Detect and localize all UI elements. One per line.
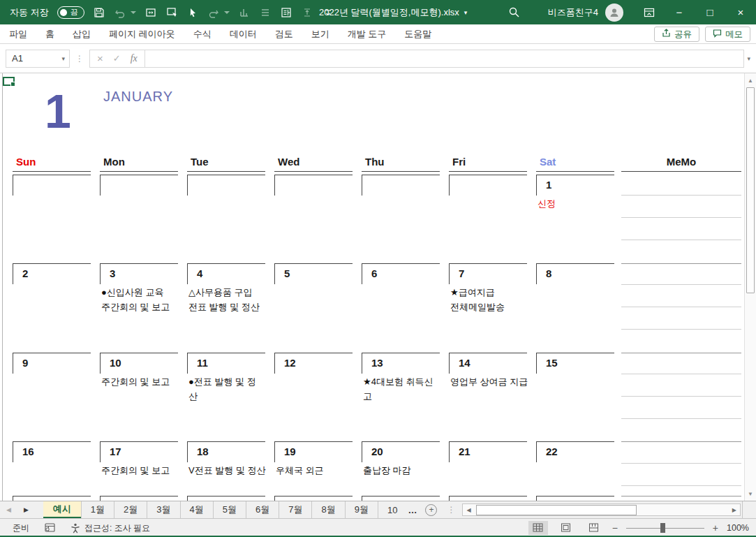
date-cell[interactable] bbox=[449, 175, 527, 263]
date-cell[interactable] bbox=[100, 496, 178, 500]
sheet-tab-1월[interactable]: 1월 bbox=[81, 501, 114, 518]
date-cell[interactable]: 20출납장 마감 bbox=[362, 441, 440, 496]
ribbon-tab-수식[interactable]: 수식 bbox=[184, 24, 221, 43]
date-cell[interactable] bbox=[362, 496, 440, 500]
ribbon-tab-도움말[interactable]: 도움말 bbox=[395, 24, 440, 43]
cancel-icon[interactable]: × bbox=[97, 52, 103, 64]
ribbon-tab-보기[interactable]: 보기 bbox=[302, 24, 339, 43]
sheet-tab-4월[interactable]: 4월 bbox=[180, 501, 213, 518]
date-cell[interactable]: 4△사무용품 구입전표 발행 및 정산 bbox=[187, 263, 265, 353]
date-cell[interactable]: 3●신입사원 교육주간회의 및 보고 bbox=[100, 263, 178, 353]
autosave-toggle[interactable]: 끔 bbox=[57, 6, 84, 19]
horizontal-scrollbar-thumb[interactable] bbox=[476, 505, 637, 515]
share-button[interactable]: 공유 bbox=[654, 27, 699, 42]
date-cell[interactable]: 14영업부 상여금 지급 bbox=[449, 353, 527, 441]
date-cell[interactable] bbox=[100, 175, 178, 263]
date-cell[interactable]: 22 bbox=[536, 441, 614, 496]
date-cell[interactable]: 1신정 bbox=[536, 175, 614, 263]
date-cell[interactable] bbox=[536, 496, 614, 500]
accessibility-icon[interactable] bbox=[71, 523, 80, 534]
ribbon-tab-페이지 레이아웃[interactable]: 페이지 레이아웃 bbox=[100, 24, 184, 43]
enter-icon[interactable]: ✓ bbox=[113, 53, 121, 64]
sheet-tab-9월[interactable]: 9월 bbox=[345, 501, 378, 518]
add-sheet-button[interactable]: + bbox=[425, 504, 437, 516]
cursor-icon[interactable] bbox=[186, 6, 199, 19]
sheet-tab-8월[interactable]: 8월 bbox=[311, 501, 344, 518]
ribbon-tab-삽입[interactable]: 삽입 bbox=[64, 24, 100, 43]
date-cell[interactable]: 9 bbox=[13, 353, 91, 441]
date-cell[interactable] bbox=[362, 175, 440, 263]
maximize-button[interactable]: □ bbox=[695, 0, 725, 24]
scroll-down-icon[interactable]: ▼ bbox=[745, 488, 756, 499]
ribbon-tab-데이터[interactable]: 데이터 bbox=[221, 24, 266, 43]
zoom-out-button[interactable]: − bbox=[612, 522, 618, 534]
worksheet[interactable]: 1 JANUARY SunMonTueWedThuFriSatMeMo1신정23… bbox=[0, 73, 744, 501]
ribbon-display-options-icon[interactable] bbox=[635, 7, 664, 18]
name-box[interactable]: A1 ▾ bbox=[6, 50, 70, 68]
ribbon-tab-개발 도구[interactable]: 개발 도구 bbox=[339, 24, 396, 43]
scroll-left-icon[interactable]: ◀ bbox=[463, 504, 474, 515]
sheet-nav-right-icon[interactable]: ▶ bbox=[17, 501, 35, 518]
date-cell[interactable]: 12 bbox=[274, 353, 353, 441]
avatar[interactable] bbox=[605, 3, 623, 22]
minimize-button[interactable]: − bbox=[664, 0, 695, 24]
switch-windows-icon[interactable] bbox=[144, 6, 157, 19]
date-cell[interactable] bbox=[187, 175, 265, 263]
zoom-percentage[interactable]: 100% bbox=[727, 523, 749, 533]
sheet-tab-5월[interactable]: 5월 bbox=[213, 501, 246, 518]
date-cell[interactable]: 19우체국 외근 bbox=[274, 441, 353, 496]
scroll-right-icon[interactable]: ▶ bbox=[729, 504, 740, 515]
normal-view-button[interactable] bbox=[528, 521, 548, 535]
page-break-view-button[interactable] bbox=[584, 521, 604, 535]
user-name[interactable]: 비즈폼친구4 bbox=[548, 6, 598, 19]
date-cell[interactable]: 17주간회의 및 보고 bbox=[100, 441, 178, 496]
insert-function-icon[interactable]: fx bbox=[131, 53, 138, 64]
sheet-tab-7월[interactable]: 7월 bbox=[279, 501, 311, 518]
document-title[interactable]: 2022년 달력(월별일정,메모형).xlsx ▾ bbox=[319, 6, 467, 19]
date-cell[interactable] bbox=[449, 496, 527, 500]
sheet-tab-10[interactable]: 10 bbox=[378, 501, 406, 518]
formula-input[interactable] bbox=[144, 50, 745, 68]
save-icon[interactable] bbox=[93, 6, 105, 19]
sheet-tab-예시[interactable]: 예시 bbox=[43, 501, 81, 518]
zoom-slider[interactable] bbox=[626, 523, 704, 533]
ribbon-tab-파일[interactable]: 파일 bbox=[0, 24, 36, 43]
vertical-scrollbar[interactable]: ▲ ▼ bbox=[744, 73, 756, 501]
ribbon-tab-검토[interactable]: 검토 bbox=[266, 24, 302, 43]
horizontal-scrollbar[interactable]: ◀ ▶ bbox=[462, 503, 741, 516]
date-cell[interactable]: 5 bbox=[274, 263, 353, 353]
sheet-tabs-overflow[interactable]: … bbox=[406, 501, 420, 518]
sheet-tab-6월[interactable]: 6월 bbox=[246, 501, 279, 518]
date-cell[interactable] bbox=[274, 175, 353, 263]
macro-record-icon[interactable] bbox=[45, 523, 55, 533]
date-cell[interactable] bbox=[187, 496, 265, 500]
page-layout-view-button[interactable] bbox=[556, 521, 576, 535]
accessibility-status[interactable]: 접근성: 조사 필요 bbox=[84, 522, 150, 534]
date-cell[interactable]: 7★급여지급전체메일발송 bbox=[449, 263, 527, 353]
date-cell[interactable]: 21 bbox=[449, 441, 527, 496]
date-cell[interactable] bbox=[13, 175, 91, 263]
date-cell[interactable]: 10주간회의 및 보고 bbox=[100, 353, 178, 441]
date-cell[interactable] bbox=[13, 496, 91, 500]
date-cell[interactable]: 6 bbox=[362, 263, 440, 353]
ribbon-tab-홈[interactable]: 홈 bbox=[36, 24, 64, 43]
stamp-icon[interactable] bbox=[280, 6, 292, 19]
date-cell[interactable]: 8 bbox=[536, 263, 614, 353]
sheet-tab-3월[interactable]: 3월 bbox=[147, 501, 179, 518]
zoom-in-button[interactable]: + bbox=[713, 522, 718, 534]
title-dropdown-icon[interactable]: ▾ bbox=[464, 9, 468, 16]
new-window-icon[interactable] bbox=[165, 6, 178, 19]
formula-bar-expand-icon[interactable]: ▾ bbox=[747, 55, 750, 62]
date-cell[interactable]: 11●전표 발행 및 정산 bbox=[187, 353, 265, 441]
comments-button[interactable]: 메모 bbox=[705, 27, 750, 42]
date-cell[interactable]: 13★4대보험 취득신고 bbox=[362, 353, 440, 441]
vertical-scrollbar-thumb[interactable] bbox=[746, 87, 755, 293]
date-cell[interactable] bbox=[274, 496, 353, 500]
date-cell[interactable]: 16 bbox=[13, 441, 91, 496]
sheet-nav-left-icon[interactable]: ◀ bbox=[0, 501, 17, 518]
date-cell[interactable]: 2 bbox=[13, 263, 91, 353]
date-cell[interactable]: 15 bbox=[536, 353, 614, 441]
date-cell[interactable]: 18V전표 발행 및 정산 bbox=[187, 441, 265, 496]
search-icon[interactable] bbox=[501, 6, 528, 18]
close-button[interactable]: × bbox=[725, 0, 756, 24]
